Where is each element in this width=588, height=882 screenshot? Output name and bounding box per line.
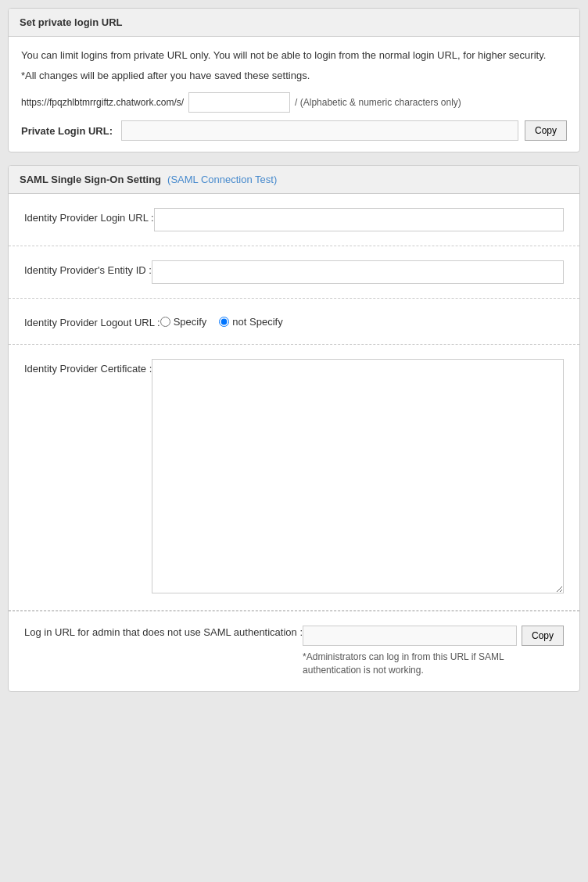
- admin-url-copy-button[interactable]: Copy: [522, 626, 564, 646]
- private-url-label: Private Login URL:: [21, 125, 115, 137]
- url-prefix: https://fpqzhlbtmrrgiftz.chatwork.com/s/: [21, 97, 184, 108]
- admin-login-url-field: Copy *Administrators can log in from thi…: [303, 626, 564, 677]
- identity-provider-entity-id-input[interactable]: [152, 260, 564, 284]
- saml-field-certificate: [152, 359, 564, 596]
- saml-card-body: Identity Provider Login URL : Identity P…: [9, 194, 579, 691]
- radio-option-specify[interactable]: Specify: [160, 316, 207, 328]
- private-url-display-row: Private Login URL: Copy: [21, 120, 567, 141]
- admin-input-row: Copy: [303, 626, 564, 646]
- admin-login-url-input[interactable]: [303, 626, 517, 646]
- saml-card-header: SAML Single Sign-On Setting (SAML Connec…: [9, 166, 579, 194]
- admin-login-url-label: Log in URL for admin that does not use S…: [24, 626, 303, 640]
- url-slug-input[interactable]: [188, 92, 290, 113]
- private-url-input[interactable]: [121, 120, 518, 141]
- saml-field-entity-id: [152, 260, 564, 284]
- identity-provider-certificate-textarea[interactable]: [152, 359, 564, 593]
- saml-card: SAML Single Sign-On Setting (SAML Connec…: [8, 165, 580, 692]
- saml-label-login-url: Identity Provider Login URL :: [24, 208, 154, 225]
- saml-label-certificate: Identity Provider Certificate :: [24, 359, 152, 376]
- saml-field-logout-url: Specify not Specify: [160, 313, 564, 328]
- url-builder-row: https://fpqzhlbtmrrgiftz.chatwork.com/s/…: [21, 92, 567, 113]
- admin-url-note: *Administrators can log in from this URL…: [303, 651, 564, 677]
- radio-not-specify[interactable]: [219, 317, 229, 327]
- identity-provider-login-url-input[interactable]: [154, 208, 564, 231]
- private-login-card-header: Set private login URL: [9, 9, 579, 37]
- private-login-title: Set private login URL: [20, 16, 122, 28]
- saml-row-logout-url: Identity Provider Logout URL : Specify n…: [9, 299, 579, 345]
- logout-url-radio-group: Specify not Specify: [160, 313, 564, 328]
- private-login-card-body: You can limit logins from private URL on…: [9, 37, 579, 152]
- private-login-card: Set private login URL You can limit logi…: [8, 8, 580, 152]
- private-url-copy-button[interactable]: Copy: [525, 120, 567, 141]
- radio-option-not-specify[interactable]: not Specify: [219, 316, 282, 328]
- admin-login-url-row: Log in URL for admin that does not use S…: [9, 611, 579, 691]
- radio-not-specify-label: not Specify: [232, 316, 282, 328]
- saml-row-login-url: Identity Provider Login URL :: [9, 194, 579, 246]
- radio-specify-label: Specify: [174, 316, 207, 328]
- saml-field-login-url: [154, 208, 564, 231]
- saml-connection-test-link[interactable]: (SAML Connection Test): [167, 174, 277, 185]
- saml-label-entity-id: Identity Provider's Entity ID :: [24, 260, 152, 278]
- saml-row-certificate: Identity Provider Certificate :: [9, 345, 579, 611]
- saml-label-logout-url: Identity Provider Logout URL :: [24, 313, 160, 330]
- url-suffix: / (Alphabetic & numeric characters only): [295, 97, 461, 108]
- saml-row-entity-id: Identity Provider's Entity ID :: [9, 246, 579, 299]
- saml-title: SAML Single Sign-On Setting: [20, 174, 161, 185]
- info-text-2: *All changes will be applied after you h…: [21, 68, 567, 84]
- radio-specify[interactable]: [160, 317, 170, 327]
- info-text-1: You can limit logins from private URL on…: [21, 48, 567, 63]
